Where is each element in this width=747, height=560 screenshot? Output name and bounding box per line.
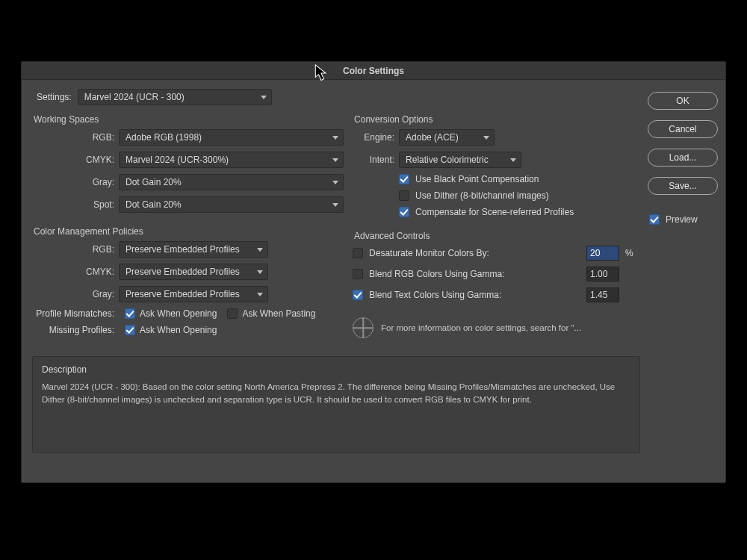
- missing-label: Missing Profiles:: [32, 325, 114, 335]
- info-text: For more information on color settings, …: [381, 323, 581, 332]
- save-button[interactable]: Save...: [648, 177, 718, 195]
- settings-value: Marvel 2024 (UCR - 300): [84, 92, 185, 102]
- working-spaces-title: Working Spaces: [32, 113, 344, 129]
- black-point-label: Use Black Point Compensation: [415, 174, 539, 184]
- intent-label: Intent:: [353, 155, 394, 165]
- pol-rgb-label: RGB:: [32, 244, 114, 255]
- policies-title: Color Management Policies: [32, 225, 344, 241]
- gray-label: Gray:: [32, 177, 114, 187]
- pol-gray-label: Gray:: [32, 289, 114, 299]
- pol-gray-value: Preserve Embedded Profiles: [125, 289, 240, 299]
- gray-value: Dot Gain 20%: [125, 177, 182, 187]
- pol-rgb-value: Preserve Embedded Profiles: [125, 244, 240, 255]
- preview-label: Preview: [666, 214, 698, 225]
- cmyk-value: Marvel 2024 (UCR-300%): [125, 155, 229, 165]
- intent-select[interactable]: Relative Colorimetric: [399, 152, 521, 168]
- mismatch-pasting-checkbox[interactable]: [227, 308, 238, 319]
- advanced-title: Advanced Controls: [353, 229, 640, 246]
- rgb-label: RGB:: [32, 132, 114, 143]
- scene-checkbox[interactable]: [399, 207, 409, 217]
- settings-label: Settings:: [37, 92, 72, 102]
- engine-value: Adobe (ACE): [406, 132, 459, 143]
- cmyk-label: CMYK:: [32, 155, 114, 165]
- info-row: For more information on color settings, …: [353, 314, 640, 338]
- load-button[interactable]: Load...: [648, 149, 718, 167]
- mismatch-pasting-label: Ask When Pasting: [242, 308, 315, 319]
- ok-button[interactable]: OK: [648, 92, 718, 110]
- missing-opening-checkbox[interactable]: [125, 325, 135, 335]
- pol-cmyk-value: Preserve Embedded Profiles: [125, 267, 240, 277]
- pol-gray-select[interactable]: Preserve Embedded Profiles: [119, 286, 268, 302]
- cmyk-select[interactable]: Marvel 2024 (UCR-300%): [119, 152, 344, 168]
- advanced-group: Advanced Controls Desaturate Monitor Col…: [353, 229, 640, 308]
- conversion-title: Conversion Options: [353, 113, 640, 129]
- blend-rgb-checkbox[interactable]: [353, 269, 363, 279]
- rgb-select[interactable]: Adobe RGB (1998): [119, 129, 344, 146]
- blend-text-checkbox[interactable]: [353, 290, 363, 300]
- engine-label: Engine:: [353, 132, 394, 143]
- intent-value: Relative Colorimetric: [406, 155, 489, 165]
- policies-group: Color Management Policies RGB: Preserve …: [32, 225, 344, 341]
- mismatch-opening-label: Ask When Opening: [140, 308, 217, 319]
- mismatches-label: Profile Mismatches:: [32, 308, 114, 319]
- spot-value: Dot Gain 20%: [125, 199, 182, 210]
- blend-rgb-label: Blend RGB Colors Using Gamma:: [369, 269, 580, 279]
- mismatch-opening-checkbox[interactable]: [125, 308, 135, 319]
- spot-select[interactable]: Dot Gain 20%: [119, 196, 344, 213]
- desat-input[interactable]: 20: [586, 246, 619, 261]
- cancel-button[interactable]: Cancel: [648, 120, 718, 138]
- dither-checkbox[interactable]: [399, 190, 409, 201]
- pol-cmyk-label: CMYK:: [32, 267, 114, 277]
- description-title: Description: [42, 364, 630, 375]
- working-spaces-group: Working Spaces RGB: Adobe RGB (1998) CMY…: [32, 113, 344, 219]
- dither-label: Use Dither (8-bit/channel images): [415, 190, 549, 201]
- missing-opening-label: Ask When Opening: [140, 325, 217, 335]
- black-point-checkbox[interactable]: [399, 174, 409, 184]
- desat-label: Desaturate Monitor Colors By:: [369, 248, 580, 258]
- blend-text-input[interactable]: 1.45: [586, 287, 619, 302]
- description-body: Marvel 2024 (UCR - 300): Based on the co…: [42, 381, 630, 407]
- conversion-group: Conversion Options Engine: Adobe (ACE) I…: [353, 113, 640, 223]
- desat-checkbox[interactable]: [353, 248, 363, 258]
- blend-text-label: Blend Text Colors Using Gamma:: [369, 290, 580, 300]
- description-box: Description Marvel 2024 (UCR - 300): Bas…: [32, 356, 640, 453]
- preview-checkbox[interactable]: [649, 214, 660, 225]
- dialog-title: Color Settings: [22, 62, 725, 80]
- color-settings-dialog: Color Settings Settings: Marvel 2024 (UC…: [21, 61, 726, 483]
- gray-select[interactable]: Dot Gain 20%: [119, 174, 344, 190]
- pol-cmyk-select[interactable]: Preserve Embedded Profiles: [119, 264, 268, 280]
- engine-select[interactable]: Adobe (ACE): [399, 129, 495, 146]
- spot-label: Spot:: [32, 199, 114, 210]
- pol-rgb-select[interactable]: Preserve Embedded Profiles: [119, 241, 268, 258]
- rgb-value: Adobe RGB (1998): [125, 132, 202, 143]
- blend-rgb-input[interactable]: 1.00: [586, 267, 619, 281]
- desat-unit: %: [625, 248, 640, 258]
- settings-select[interactable]: Marvel 2024 (UCR - 300): [78, 89, 272, 105]
- globe-icon: [353, 317, 374, 338]
- scene-label: Compensate for Scene-referred Profiles: [415, 207, 574, 217]
